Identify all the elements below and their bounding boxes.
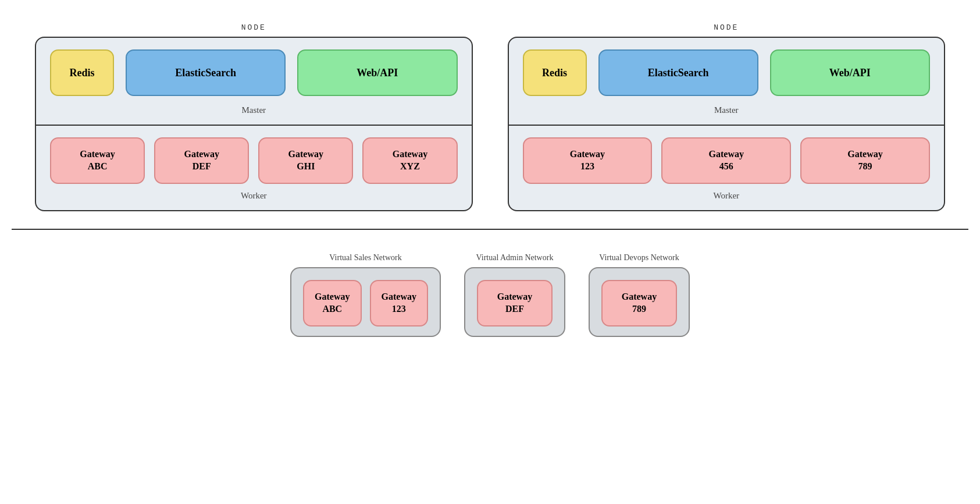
gateway-456: Gateway456: [661, 137, 791, 184]
bottom-section: Virtual Sales Network GatewayABC Gateway…: [12, 242, 968, 349]
node-left-gateways: GatewayABC GatewayDEF GatewayGHI Gateway…: [50, 137, 458, 184]
virtual-sales-label: Virtual Sales Network: [329, 253, 401, 262]
node-right-webapi: Web/API: [770, 49, 930, 96]
node-left-services: Redis ElasticSearch Web/API: [50, 49, 458, 96]
gateway-xyz: GatewayXYZ: [362, 137, 457, 184]
node-left-webapi: Web/API: [297, 49, 457, 96]
virtual-devops-label: Virtual Devops Network: [599, 253, 679, 262]
section-divider: [12, 229, 968, 230]
virtual-admin-label: Virtual Admin Network: [476, 253, 553, 262]
node-right-label: NODE: [714, 23, 739, 32]
virtual-gateway-abc: GatewayABC: [303, 280, 361, 326]
node-left-master: Redis ElasticSearch Web/API Master: [36, 38, 472, 126]
gateway-123: Gateway123: [523, 137, 653, 184]
node-left-master-label: Master: [50, 105, 458, 115]
node-left-redis: Redis: [50, 49, 114, 96]
virtual-devops-container: Virtual Devops Network Gateway789: [589, 253, 690, 337]
virtual-admin-box: GatewayDEF: [464, 267, 565, 337]
node-right-redis: Redis: [523, 49, 587, 96]
gateway-abc: GatewayABC: [50, 137, 145, 184]
node-left-worker: GatewayABC GatewayDEF GatewayGHI Gateway…: [36, 126, 472, 210]
gateway-ghi: GatewayGHI: [258, 137, 353, 184]
virtual-sales-container: Virtual Sales Network GatewayABC Gateway…: [290, 253, 441, 337]
virtual-gateway-def: GatewayDEF: [477, 280, 553, 326]
node-right-master-label: Master: [523, 105, 931, 115]
node-right-container: NODE Redis ElasticSearch Web/API Master …: [508, 23, 946, 211]
node-right-services: Redis ElasticSearch Web/API: [523, 49, 931, 96]
virtual-gateway-789: Gateway789: [601, 280, 677, 326]
node-left-box: Redis ElasticSearch Web/API Master Gatew…: [35, 37, 473, 211]
node-right-elastic: ElasticSearch: [598, 49, 758, 96]
gateway-def: GatewayDEF: [154, 137, 249, 184]
virtual-admin-gateways: GatewayDEF: [477, 280, 553, 326]
virtual-sales-gateways: GatewayABC Gateway123: [303, 280, 428, 326]
node-left-elastic: ElasticSearch: [126, 49, 286, 96]
gateway-789: Gateway789: [800, 137, 930, 184]
virtual-devops-gateways: Gateway789: [601, 280, 677, 326]
node-right-gateways: Gateway123 Gateway456 Gateway789: [523, 137, 931, 184]
virtual-gateway-123: Gateway123: [370, 280, 428, 326]
node-right-worker-label: Worker: [523, 191, 931, 201]
page-wrapper: NODE Redis ElasticSearch Web/API Master …: [12, 12, 968, 349]
top-section: NODE Redis ElasticSearch Web/API Master …: [12, 12, 968, 223]
node-right-box: Redis ElasticSearch Web/API Master Gatew…: [508, 37, 946, 211]
virtual-sales-box: GatewayABC Gateway123: [290, 267, 441, 337]
virtual-devops-box: Gateway789: [589, 267, 690, 337]
node-left-worker-label: Worker: [50, 191, 458, 201]
virtual-admin-container: Virtual Admin Network GatewayDEF: [464, 253, 565, 337]
node-left-container: NODE Redis ElasticSearch Web/API Master …: [35, 23, 473, 211]
node-right-master: Redis ElasticSearch Web/API Master: [509, 38, 945, 126]
node-left-label: NODE: [241, 23, 266, 32]
node-right-worker: Gateway123 Gateway456 Gateway789 Worker: [509, 126, 945, 210]
